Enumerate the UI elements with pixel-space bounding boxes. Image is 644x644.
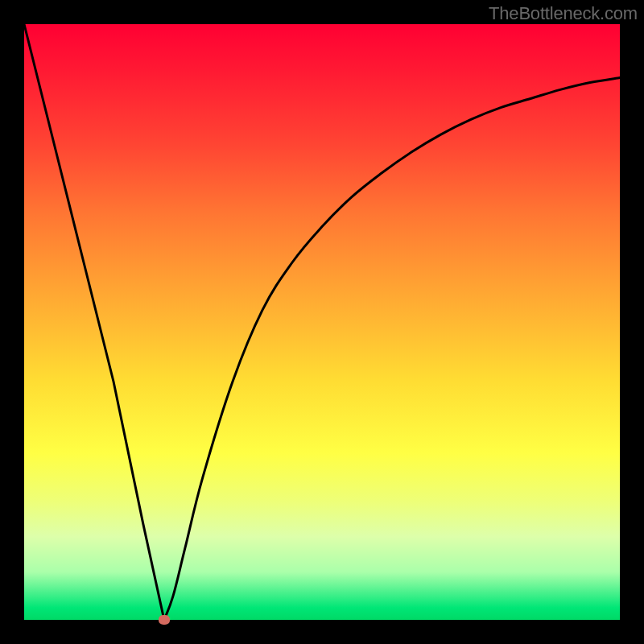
attribution-text: TheBottleneck.com [489, 3, 638, 24]
bottleneck-curve [24, 24, 620, 620]
chart-plot-area [24, 24, 620, 620]
minimum-marker [159, 615, 170, 625]
curve-path [24, 24, 620, 620]
